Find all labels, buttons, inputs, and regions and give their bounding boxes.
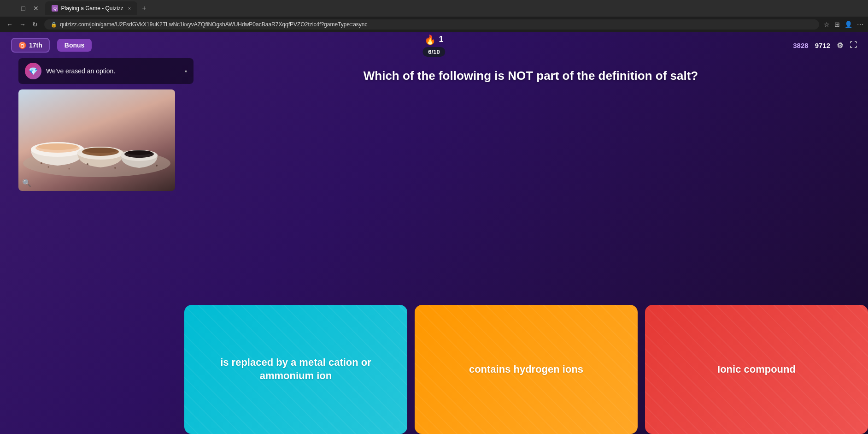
- top-bar: ♉ 17th Bonus 🔥 1 6/10 3828 9712 ⚙ ⛶: [0, 32, 868, 58]
- streak-indicator: 🔥 1: [424, 34, 443, 45]
- active-tab[interactable]: Q Playing a Game - Quizizz ×: [45, 1, 137, 15]
- tab-bar: Q Playing a Game - Quizizz × +: [45, 1, 864, 15]
- right-panel: Which of the following is NOT part of th…: [212, 58, 850, 93]
- svg-point-15: [87, 163, 88, 165]
- svg-point-8: [84, 148, 117, 153]
- tab-favicon: Q: [52, 5, 58, 12]
- answer-text-1: is replaced by a metal cation or ammoniu…: [195, 356, 396, 382]
- svg-point-4: [37, 143, 78, 150]
- notification-close-icon[interactable]: ▪: [185, 67, 187, 75]
- answer-card-2[interactable]: contains hydrogen ions: [415, 305, 638, 434]
- more-options-icon[interactable]: ⋯: [857, 21, 863, 28]
- svg-point-16: [156, 165, 158, 166]
- svg-point-17: [69, 168, 70, 170]
- notification-text: We've erased an option.: [46, 67, 180, 75]
- expand-icon[interactable]: ⛶: [850, 41, 857, 49]
- answer-card-3[interactable]: Ionic compound: [645, 305, 868, 434]
- tab-title: Playing a Game - Quizizz: [61, 5, 123, 12]
- address-actions: ☆ ⊞ 👤 ⋯: [824, 21, 863, 28]
- reload-button[interactable]: ↻: [30, 20, 40, 29]
- center-info: 🔥 1 6/10: [422, 34, 445, 57]
- question-area: 💎 We've erased an option. ▪: [0, 58, 868, 305]
- zoom-icon[interactable]: 🔍: [22, 178, 31, 187]
- svg-point-14: [48, 166, 49, 168]
- nav-buttons: ← → ↻: [5, 20, 40, 29]
- bookmark-star-icon[interactable]: ☆: [824, 21, 830, 28]
- profile-icon[interactable]: 👤: [845, 21, 852, 28]
- new-tab-button[interactable]: +: [139, 4, 149, 12]
- score-total: 9712: [815, 42, 830, 49]
- address-bar: ← → ↻ 🔒 quizizz.com/join/game/U2FsdGVkX1…: [0, 17, 868, 32]
- left-panel: 💎 We've erased an option. ▪: [18, 58, 194, 191]
- svg-point-13: [41, 162, 42, 164]
- answer-text-2: contains hydrogen ions: [469, 363, 583, 376]
- game-area: ♉ 17th Bonus 🔥 1 6/10 3828 9712 ⚙ ⛶ 💎: [0, 32, 868, 434]
- score-section: 3828 9712 ⚙ ⛶: [793, 41, 857, 50]
- answers-area: is replaced by a metal cation or ammoniu…: [0, 305, 868, 434]
- bonus-button[interactable]: Bonus: [57, 39, 92, 52]
- browser-chrome: — □ ✕ Q Playing a Game - Quizizz × +: [0, 0, 868, 17]
- rank-value: 17th: [29, 42, 42, 49]
- forward-button[interactable]: →: [18, 20, 28, 29]
- question-text: Which of the following is NOT part of th…: [364, 67, 698, 84]
- extensions-icon[interactable]: ⊞: [834, 21, 840, 28]
- notification-bar: 💎 We've erased an option. ▪: [18, 58, 194, 84]
- answer-card-1[interactable]: is replaced by a metal cation or ammoniu…: [184, 305, 407, 434]
- url-bar[interactable]: 🔒 quizizz.com/join/game/U2FsdGVkX19uK2TL…: [44, 19, 819, 30]
- bowls-illustration: [23, 89, 170, 182]
- score-current: 3828: [793, 42, 808, 49]
- rank-badge: ♉ 17th: [11, 38, 50, 53]
- window-maximize[interactable]: □: [18, 4, 28, 13]
- rank-icon: ♉: [18, 42, 26, 49]
- window-close[interactable]: ✕: [30, 4, 41, 13]
- svg-point-18: [114, 167, 116, 169]
- image-placeholder: [18, 89, 175, 191]
- window-minimize[interactable]: —: [4, 4, 16, 13]
- fire-icon: 🔥: [424, 34, 436, 45]
- url-text: quizizz.com/join/game/U2FsdGVkX19uK2TLwN…: [60, 21, 368, 28]
- tab-close-btn[interactable]: ×: [128, 6, 131, 11]
- browser-controls: — □ ✕: [4, 4, 41, 13]
- svg-point-12: [126, 150, 152, 155]
- notification-avatar: 💎: [25, 63, 41, 79]
- question-image: 🔍: [18, 89, 175, 191]
- answer-text-3: Ionic compound: [717, 363, 796, 376]
- settings-icon[interactable]: ⚙: [837, 41, 843, 50]
- progress-badge: 6/10: [422, 47, 445, 57]
- ssl-lock-icon: 🔒: [51, 22, 57, 28]
- streak-count: 1: [439, 35, 443, 44]
- back-button[interactable]: ←: [5, 20, 15, 29]
